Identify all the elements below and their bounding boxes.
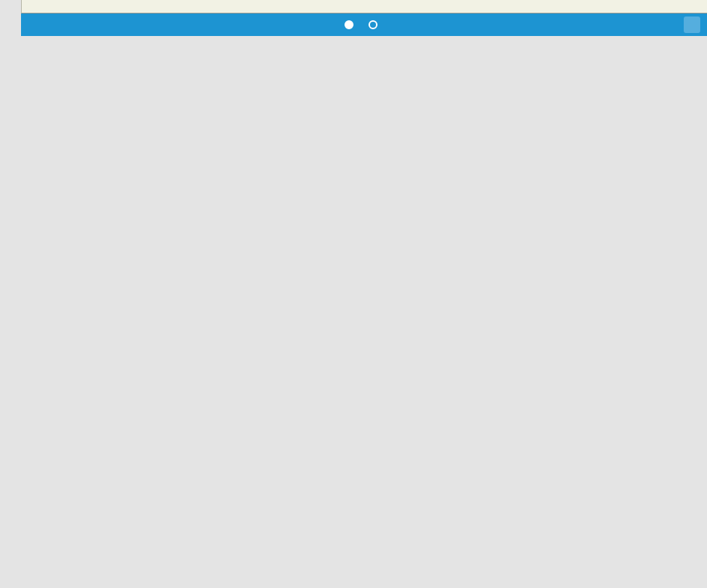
horizontal-layout-radio[interactable]: [369, 20, 378, 29]
title-bar: [21, 14, 707, 36]
vertical-layout-radio[interactable]: [344, 20, 354, 29]
recent-results-panel: [0, 0, 707, 588]
top-partial-header: [21, 0, 707, 14]
panel-content: [21, 0, 707, 36]
close-button[interactable]: [684, 16, 700, 33]
